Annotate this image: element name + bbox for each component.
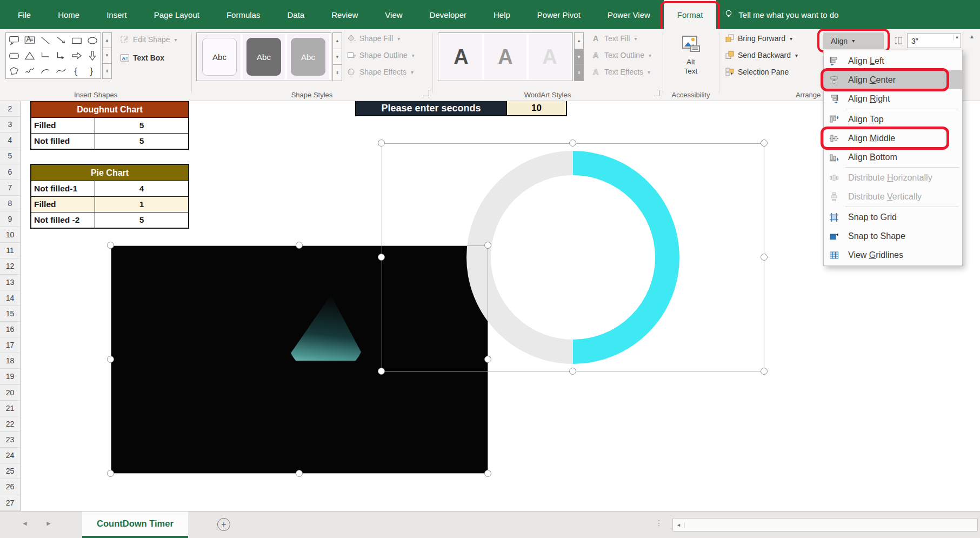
gallery-down-button[interactable]: ▼	[332, 49, 342, 65]
shape-outline-button[interactable]: Shape Outline	[346, 50, 415, 60]
seconds-value-cell[interactable]: 10	[507, 101, 567, 116]
row-header-14[interactable]: 14	[0, 290, 20, 306]
menu-item-align-top[interactable]: Align Top	[824, 110, 962, 129]
gallery-up-button[interactable]: ▲	[332, 32, 342, 49]
selection-handle[interactable]	[378, 254, 385, 261]
menu-item-align-middle[interactable]: Align Middle	[824, 129, 962, 148]
alt-text-button[interactable]: Alt Text	[674, 31, 708, 97]
row-header-17[interactable]: 17	[0, 337, 20, 353]
shape-effects-button[interactable]: Shape Effects	[346, 67, 414, 77]
row-header-24[interactable]: 24	[0, 448, 20, 463]
selection-handle[interactable]	[378, 140, 385, 147]
selection-handle[interactable]	[761, 140, 768, 147]
freeform-icon[interactable]	[6, 63, 22, 78]
menu-tab-formulas[interactable]: Formulas	[213, 0, 274, 29]
tell-me-box[interactable]: Tell me what you want to do	[724, 0, 838, 29]
selection-handle[interactable]	[107, 470, 114, 477]
row-header-7[interactable]: 7	[0, 180, 20, 196]
row-header-26[interactable]: 26	[0, 479, 20, 495]
menu-item-snap-to-grid[interactable]: Snap to Grid	[824, 208, 962, 227]
menu-tab-file[interactable]: File	[4, 0, 44, 29]
elbow-connector-icon[interactable]	[37, 48, 53, 63]
menu-tab-power-view[interactable]: Power View	[594, 0, 664, 29]
menu-tab-help[interactable]: Help	[480, 0, 524, 29]
selection-handle[interactable]	[569, 140, 576, 147]
row-header-12[interactable]: 12	[0, 258, 20, 274]
rounded-rectangle-icon[interactable]	[6, 48, 22, 63]
row-header-18[interactable]: 18	[0, 353, 20, 369]
sheet-tab-countdown-timer[interactable]: CountDown Timer	[82, 512, 188, 538]
edit-shape-button[interactable]: Edit Shape	[120, 35, 177, 44]
text-effects-button[interactable]: A Text Effects	[591, 67, 650, 77]
gallery-more-button[interactable]: ⇟	[102, 64, 112, 79]
line-icon[interactable]	[37, 33, 53, 48]
selection-handle[interactable]	[761, 254, 768, 261]
menu-tab-page-layout[interactable]: Page Layout	[141, 0, 213, 29]
table-cell-value[interactable]: 5	[95, 118, 188, 133]
row-header-4[interactable]: 4	[0, 132, 20, 148]
gallery-up-button[interactable]: ▲	[102, 32, 112, 48]
gallery-more-button[interactable]: ⇟	[574, 65, 584, 81]
text-box-button[interactable]: A Text Box	[120, 53, 164, 63]
triangle-icon[interactable]	[22, 48, 37, 63]
bring-forward-button[interactable]: Bring Forward	[725, 34, 792, 43]
menu-item-align-right[interactable]: Align Right	[824, 89, 962, 108]
selection-handle[interactable]	[378, 368, 385, 375]
send-backward-button[interactable]: Send Backward	[725, 50, 798, 60]
selection-handle[interactable]	[296, 470, 303, 477]
menu-tab-data[interactable]: Data	[274, 0, 318, 29]
row-header-13[interactable]: 13	[0, 275, 20, 290]
row-header-15[interactable]: 15	[0, 306, 20, 322]
table-cell-value[interactable]: 1	[95, 197, 188, 212]
menu-tab-power-pivot[interactable]: Power Pivot	[524, 0, 594, 29]
tab-splitter-handle[interactable]: ⋮	[655, 519, 663, 527]
menu-tab-developer[interactable]: Developer	[416, 0, 480, 29]
gallery-up-button[interactable]: ▲	[574, 32, 584, 49]
shape-style-thumb-2[interactable]: Abc	[243, 34, 285, 79]
gallery-more-button[interactable]: ⇟	[332, 65, 342, 81]
menu-item-align-bottom[interactable]: Align Bottom	[824, 148, 962, 167]
menu-tab-review[interactable]: Review	[318, 0, 371, 29]
block-arrow-right-icon[interactable]	[69, 48, 85, 63]
menu-tab-view[interactable]: View	[371, 0, 416, 29]
selection-handle[interactable]	[484, 470, 491, 477]
table-cell-label[interactable]: Not filled-1	[31, 181, 95, 196]
row-header-16[interactable]: 16	[0, 322, 20, 337]
table-cell-label[interactable]: Filled	[31, 118, 95, 133]
horizontal-scrollbar[interactable]: ◄	[672, 518, 978, 532]
wordart-thumb-3[interactable]: A	[529, 34, 571, 79]
text-box-shape-icon[interactable]: A	[22, 33, 37, 48]
menu-tab-insert[interactable]: Insert	[93, 0, 141, 29]
menu-item-align-center[interactable]: Align Center	[824, 70, 962, 89]
table-cell-label[interactable]: Not filled -2	[31, 212, 95, 228]
selection-handle[interactable]	[761, 368, 768, 375]
row-header-20[interactable]: 20	[0, 385, 20, 401]
table-cell-label[interactable]: Not filled	[31, 134, 95, 149]
wordart-thumb-1[interactable]: A	[440, 34, 482, 79]
arrow-icon[interactable]	[53, 33, 69, 48]
row-header-25[interactable]: 25	[0, 463, 20, 479]
scribble-icon[interactable]	[22, 63, 37, 78]
menu-tab-format[interactable]: Format	[664, 0, 717, 29]
menu-tab-home[interactable]: Home	[44, 0, 93, 29]
row-header-6[interactable]: 6	[0, 164, 20, 180]
scroll-left-arrow[interactable]: ◄	[673, 522, 685, 528]
selection-pane-button[interactable]: Selection Pane	[725, 67, 789, 77]
table-cell-value[interactable]: 5	[95, 134, 188, 149]
collapse-ribbon-icon[interactable]: ▲	[969, 34, 975, 39]
row-header-8[interactable]: 8	[0, 196, 20, 211]
menu-item-align-left[interactable]: Align Left	[824, 51, 962, 70]
row-header-19[interactable]: 19	[0, 369, 20, 384]
row-header-21[interactable]: 21	[0, 401, 20, 416]
text-fill-button[interactable]: A Text Fill	[591, 34, 637, 43]
selection-handle[interactable]	[296, 242, 303, 249]
selection-handle[interactable]	[484, 356, 491, 363]
selection-handle[interactable]	[107, 356, 114, 363]
row-header-3[interactable]: 3	[0, 117, 20, 132]
curve-icon[interactable]	[53, 63, 69, 78]
gallery-down-button[interactable]: ▼	[102, 48, 112, 63]
table-cell-value[interactable]: 5	[95, 212, 188, 228]
shape-fill-button[interactable]: Shape Fill	[346, 34, 400, 43]
row-header-2[interactable]: 2	[0, 101, 20, 117]
prev-sheet-arrow[interactable]: ◄	[22, 520, 28, 527]
